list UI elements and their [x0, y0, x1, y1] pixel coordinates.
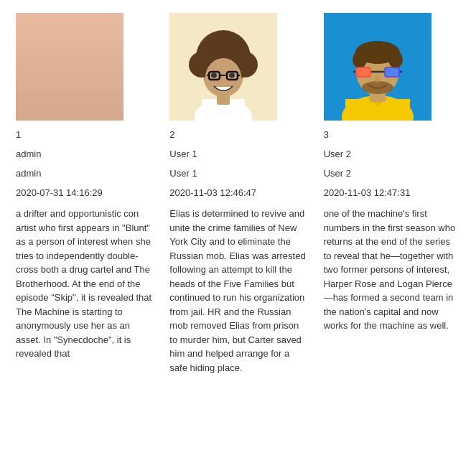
svg-point-3 — [47, 49, 93, 99]
svg-point-41 — [388, 51, 403, 68]
card-1-description: a drifter and opportunistic con artist w… — [16, 207, 152, 361]
card-1-image — [16, 13, 123, 121]
card-2-description: Elias is determined to revive and unite … — [169, 207, 306, 375]
card-3-username: User 2 — [324, 149, 460, 159]
svg-point-32 — [211, 73, 217, 78]
svg-rect-8 — [53, 69, 66, 78]
svg-point-33 — [229, 73, 235, 78]
svg-rect-46 — [386, 68, 398, 76]
card-2: 2 User 1 User 1 2020-11-03 12:46:47 Elia… — [161, 7, 314, 380]
card-3-date: 2020-11-03 12:47:31 — [324, 187, 460, 198]
svg-rect-2 — [62, 92, 77, 106]
card-1: 1 admin admin 2020-07-31 14:16:29 a drif… — [7, 7, 161, 380]
svg-point-7 — [52, 82, 88, 99]
card-2-role: User 1 — [169, 168, 306, 179]
card-1-id: 1 — [16, 129, 152, 140]
svg-rect-9 — [73, 69, 86, 78]
card-3-role: User 2 — [324, 168, 460, 179]
card-2-id: 2 — [169, 129, 306, 140]
svg-point-14 — [76, 70, 83, 76]
card-1-username: admin — [16, 149, 152, 159]
card-3: 3 User 2 User 2 2020-11-03 12:47:31 one … — [315, 7, 469, 380]
svg-point-25 — [212, 34, 235, 57]
card-1-date: 2020-07-31 14:16:29 — [16, 187, 152, 198]
card-3-description: one of the machine's first numbers in th… — [324, 207, 460, 333]
card-3-image — [324, 13, 431, 121]
svg-point-50 — [375, 76, 381, 83]
card-1-role: admin — [16, 168, 152, 179]
card-2-username: User 1 — [169, 149, 306, 159]
svg-point-5 — [41, 52, 55, 74]
svg-point-6 — [84, 52, 98, 74]
svg-point-4 — [46, 42, 93, 67]
card-3-id: 3 — [324, 129, 460, 140]
svg-point-13 — [56, 70, 63, 76]
svg-point-40 — [353, 51, 367, 68]
svg-rect-0 — [16, 13, 123, 121]
card-2-image — [169, 13, 277, 121]
svg-rect-44 — [357, 68, 370, 76]
svg-point-1 — [37, 95, 102, 121]
card-2-date: 2020-11-03 12:46:47 — [169, 187, 306, 198]
cards-grid: 1 admin admin 2020-07-31 14:16:29 a drif… — [0, 0, 476, 388]
